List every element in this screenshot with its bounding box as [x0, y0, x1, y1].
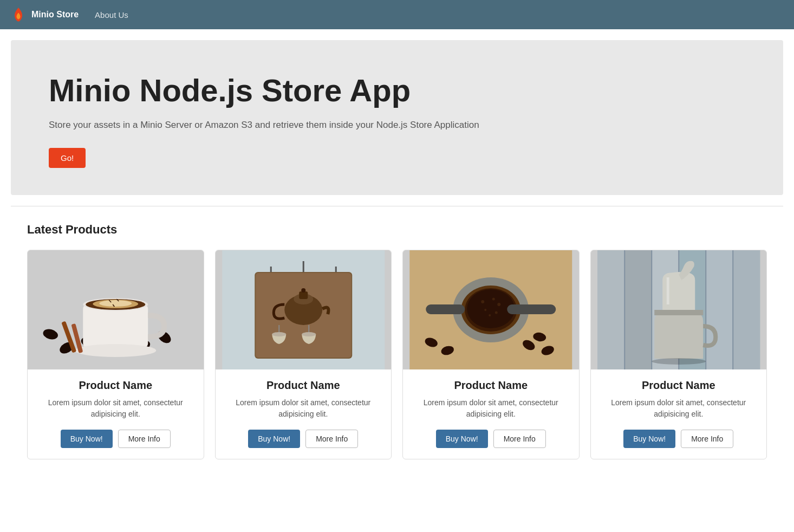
- svg-point-37: [492, 297, 495, 300]
- svg-rect-42: [507, 304, 556, 314]
- svg-rect-51: [624, 250, 652, 369]
- more-info-button[interactable]: More Info: [681, 430, 733, 448]
- product-description: Lorem ipsum dolor sit amet, consectetur …: [225, 397, 382, 420]
- navbar-brand[interactable]: Minio Store: [11, 7, 79, 22]
- product-image-container: [28, 250, 204, 369]
- navbar-about-link[interactable]: About Us: [89, 10, 134, 20]
- svg-point-38: [497, 303, 500, 306]
- more-info-button[interactable]: More Info: [305, 430, 358, 448]
- svg-point-30: [302, 332, 316, 336]
- product-name: Product Name: [37, 379, 194, 392]
- product-card: Product NameLorem ipsum dolor sit amet, …: [590, 250, 767, 459]
- buy-now-button[interactable]: Buy Now!: [623, 430, 675, 448]
- product-image-container: [591, 250, 767, 369]
- svg-rect-61: [654, 310, 703, 315]
- more-info-button[interactable]: More Info: [118, 430, 171, 448]
- svg-point-26: [301, 288, 305, 293]
- hero-subtitle: Store your assets in a Minio Server or A…: [49, 120, 745, 131]
- svg-rect-54: [706, 250, 733, 369]
- products-section: Latest Products: [11, 206, 783, 481]
- product-description: Lorem ipsum dolor sit amet, consectetur …: [413, 397, 569, 420]
- hero-title: Minio Node.js Store App: [49, 73, 745, 109]
- navbar: Minio Store About Us: [0, 0, 794, 29]
- product-actions: Buy Now!More Info: [601, 430, 757, 448]
- svg-point-5: [42, 327, 59, 341]
- svg-rect-50: [597, 250, 624, 369]
- svg-point-28: [272, 332, 286, 336]
- product-name: Product Name: [413, 379, 569, 392]
- svg-point-41: [489, 314, 491, 316]
- buy-now-button[interactable]: Buy Now!: [61, 430, 113, 448]
- product-description: Lorem ipsum dolor sit amet, consectetur …: [37, 397, 194, 420]
- hero-cta-button[interactable]: Go!: [49, 148, 86, 168]
- product-body: Product NameLorem ipsum dolor sit amet, …: [216, 369, 392, 459]
- product-image-container: [216, 250, 392, 369]
- product-body: Product NameLorem ipsum dolor sit amet, …: [591, 369, 767, 459]
- svg-point-10: [99, 300, 132, 307]
- svg-point-40: [495, 311, 498, 314]
- products-grid: Product NameLorem ipsum dolor sit amet, …: [27, 250, 767, 459]
- product-actions: Buy Now!More Info: [413, 430, 569, 448]
- product-description: Lorem ipsum dolor sit amet, consectetur …: [601, 397, 757, 420]
- product-card: Product NameLorem ipsum dolor sit amet, …: [27, 250, 204, 459]
- product-body: Product NameLorem ipsum dolor sit amet, …: [403, 369, 579, 459]
- svg-rect-55: [733, 250, 760, 369]
- svg-point-63: [652, 358, 706, 365]
- svg-point-39: [484, 309, 486, 311]
- navbar-brand-label: Minio Store: [31, 10, 79, 20]
- product-body: Product NameLorem ipsum dolor sit amet, …: [28, 369, 204, 459]
- product-name: Product Name: [601, 379, 757, 392]
- hero-section: Minio Node.js Store App Store your asset…: [11, 40, 783, 195]
- products-section-title: Latest Products: [27, 223, 767, 237]
- product-image-container: [403, 250, 579, 369]
- product-card: Product NameLorem ipsum dolor sit amet, …: [402, 250, 580, 459]
- svg-rect-25: [299, 291, 308, 299]
- product-card: Product NameLorem ipsum dolor sit amet, …: [215, 250, 392, 459]
- svg-point-36: [481, 300, 484, 303]
- buy-now-button[interactable]: Buy Now!: [436, 430, 488, 448]
- buy-now-button[interactable]: Buy Now!: [248, 430, 300, 448]
- flame-icon: [11, 7, 26, 22]
- more-info-button[interactable]: More Info: [493, 430, 546, 448]
- svg-point-14: [75, 344, 156, 357]
- svg-rect-43: [426, 304, 465, 314]
- product-actions: Buy Now!More Info: [225, 430, 382, 448]
- product-actions: Buy Now!More Info: [37, 430, 194, 448]
- product-name: Product Name: [225, 379, 382, 392]
